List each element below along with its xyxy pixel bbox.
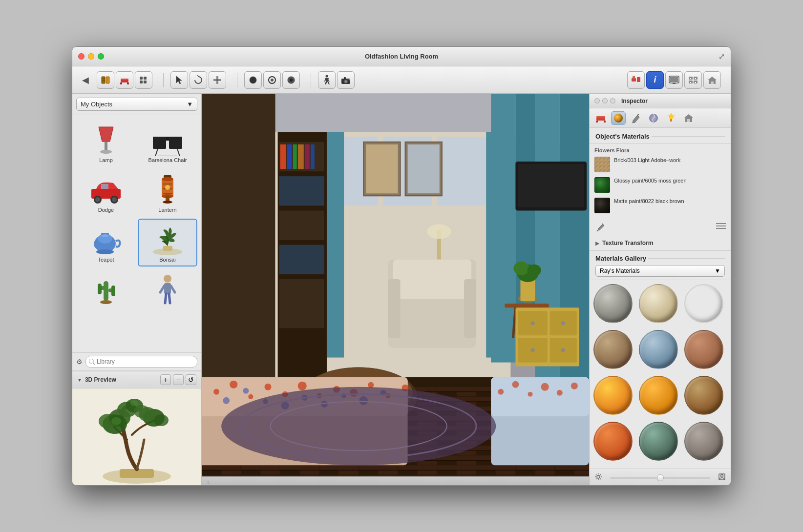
material-item-brick[interactable]: Brick/003 Light Adobe–work	[590, 154, 731, 175]
svg-point-166	[230, 381, 237, 389]
material-item-matte-black[interactable]: Matte paint/8022 black brown	[590, 195, 731, 216]
swatch-brown-damask[interactable]	[593, 330, 633, 369]
texture-transform-header: ▶ Texture Transform	[595, 240, 725, 246]
material-item-moss[interactable]: Glossy paint/6005 moss green	[590, 175, 731, 195]
swatch-rust-fabric[interactable]	[684, 330, 723, 369]
object-item-lantern[interactable]: Lantern	[138, 169, 197, 217]
inspector-light-tab[interactable]	[664, 111, 678, 125]
gallery-user-button[interactable]	[718, 473, 726, 482]
info-button[interactable]: i	[646, 71, 664, 89]
rotate-tool-button[interactable]	[190, 71, 207, 89]
swatch-blue-argyle[interactable]	[639, 330, 678, 369]
svg-rect-79	[111, 286, 115, 296]
close-button[interactable]	[78, 53, 85, 60]
svg-rect-33	[673, 83, 676, 84]
inspector-max-button[interactable]	[610, 98, 615, 103]
search-input[interactable]	[85, 356, 197, 368]
walk-button[interactable]	[318, 71, 336, 89]
teapot-icon	[86, 223, 126, 257]
svg-rect-198	[596, 116, 605, 118]
object-item-person[interactable]	[138, 268, 197, 310]
object-item-barcelona-chair[interactable]: Barselona Chair	[138, 119, 197, 167]
matte-black-material-name: Matte paint/8022 black brown	[614, 198, 726, 205]
camera-button[interactable]	[337, 71, 355, 89]
display-button[interactable]	[665, 71, 683, 89]
inspector-edit-tab[interactable]	[629, 111, 643, 125]
inspector-house-tab[interactable]	[681, 111, 696, 125]
gallery-settings-button[interactable]	[594, 473, 602, 482]
inspector-min-button[interactable]	[602, 98, 608, 103]
svg-rect-132	[366, 144, 398, 193]
minimize-button[interactable]	[88, 53, 94, 60]
maximize-button[interactable]	[98, 53, 104, 60]
object-item-teapot[interactable]: Teapot	[76, 219, 136, 266]
svg-rect-120	[305, 144, 310, 169]
swatch-cream-floral[interactable]	[639, 284, 678, 323]
inspector-effects-tab[interactable]	[646, 111, 661, 125]
scene-area[interactable]: ⋮	[202, 94, 589, 486]
object-item-cactus[interactable]	[76, 268, 136, 310]
svg-rect-116	[280, 144, 286, 169]
svg-point-80	[100, 300, 112, 304]
home-button[interactable]	[703, 71, 721, 89]
svg-rect-118	[293, 144, 297, 169]
bonsai-icon	[148, 223, 187, 257]
bonsai-preview-svg	[93, 391, 181, 484]
swatch-gray-floral[interactable]	[593, 284, 633, 323]
inspector-close-button[interactable]	[594, 98, 600, 103]
texture-expand-icon: ▶	[595, 241, 599, 246]
svg-line-83	[160, 286, 164, 292]
files-button[interactable]	[97, 71, 114, 89]
move-tool-button[interactable]	[209, 71, 226, 89]
texture-transform-section[interactable]: ▶ Texture Transform	[590, 236, 731, 251]
swatch-gray-stone[interactable]	[684, 422, 723, 461]
svg-point-217	[721, 475, 723, 477]
select-tool-button[interactable]	[170, 71, 188, 89]
svg-rect-121	[311, 144, 315, 169]
full-render-button[interactable]	[282, 71, 300, 89]
gallery-slider[interactable]	[610, 477, 710, 479]
object-item-lamp[interactable]: Lamp	[76, 119, 136, 167]
object-item-bonsai[interactable]: Bonsai	[138, 219, 197, 266]
search-gear-icon[interactable]: ⚙	[76, 358, 83, 366]
svg-point-25	[345, 80, 347, 82]
furniture-button[interactable]	[116, 71, 133, 89]
svg-rect-30	[633, 76, 635, 79]
gallery-bottom-bar	[590, 469, 731, 486]
swatch-orange-bright[interactable]	[593, 376, 633, 415]
swatch-orange-medium[interactable]	[639, 376, 678, 415]
preview-collapse-icon[interactable]: ▼	[77, 377, 82, 383]
object-item-dodge[interactable]: Dodge	[76, 169, 136, 217]
svg-point-56	[112, 197, 117, 202]
zoom-out-button[interactable]: −	[173, 374, 184, 385]
list-view-button[interactable]	[135, 71, 152, 89]
object-library-button[interactable]	[627, 71, 645, 89]
swatch-wood-grain[interactable]	[684, 376, 723, 415]
svg-rect-134	[408, 144, 440, 193]
back-button[interactable]: ◀	[78, 73, 93, 87]
preview-button[interactable]	[263, 71, 281, 89]
gallery-dropdown[interactable]: Ray's Materials ▼	[595, 265, 725, 277]
dropdown-arrow-icon: ▼	[187, 101, 193, 108]
inspector-furniture-tab[interactable]	[593, 111, 608, 125]
zoom-in-button[interactable]: +	[160, 374, 171, 385]
inspector-sphere-tab[interactable]	[611, 111, 626, 125]
resize-icon[interactable]: ⤢	[718, 52, 725, 61]
swatch-orange-dark[interactable]	[593, 422, 633, 461]
svg-line-211	[597, 230, 598, 231]
objects-dropdown[interactable]: My Objects ▼	[76, 98, 197, 111]
materials-menu-button[interactable]	[716, 223, 726, 231]
svg-rect-8	[140, 77, 143, 80]
left-sidebar: My Objects ▼ Lamp	[72, 94, 202, 486]
swatch-teal-fabric[interactable]	[639, 422, 678, 461]
settings-button[interactable]	[684, 71, 702, 89]
svg-point-193	[571, 383, 578, 389]
swatch-red-floral[interactable]	[684, 284, 723, 323]
render-button[interactable]	[244, 71, 262, 89]
inspector-titlebar: Inspector	[590, 94, 731, 108]
refresh-button[interactable]: ↺	[186, 374, 196, 385]
eyedropper-button[interactable]	[594, 221, 606, 233]
svg-rect-26	[344, 77, 346, 79]
brick-material-name: Brick/003 Light Adobe–work	[614, 157, 726, 164]
svg-rect-140	[388, 279, 400, 338]
